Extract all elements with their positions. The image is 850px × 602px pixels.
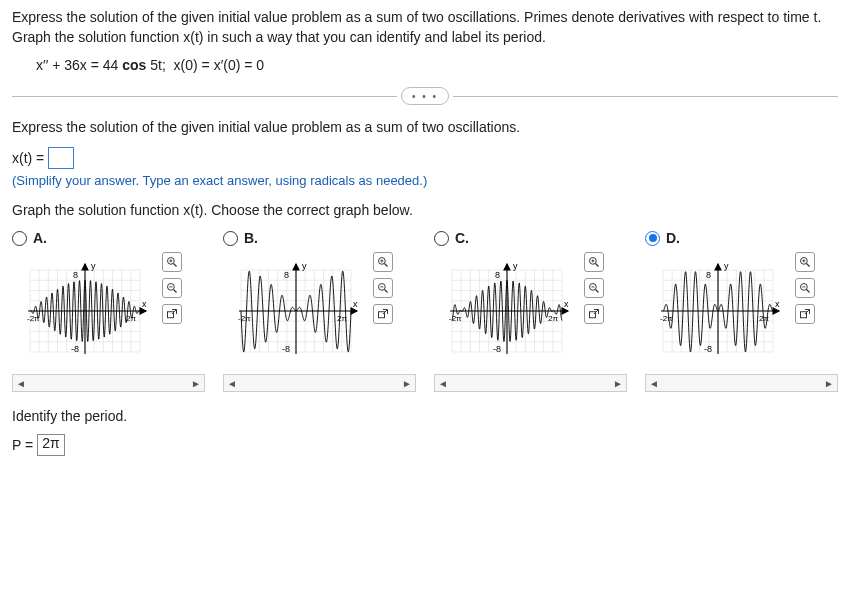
scroll-right-icon[interactable]: ► xyxy=(610,378,626,389)
zoom-in-icon[interactable] xyxy=(162,252,182,272)
popout-icon[interactable] xyxy=(584,304,604,324)
svg-text:x: x xyxy=(775,299,780,309)
svg-rect-162 xyxy=(801,312,807,318)
svg-text:y: y xyxy=(302,261,307,271)
option-label: A. xyxy=(33,230,47,246)
graph-scrollbar[interactable]: ◄ ► xyxy=(223,374,416,392)
period-lhs: P = xyxy=(12,437,33,453)
graph-options: A. y x 8 -8 -2π 2π B. y xyxy=(12,230,838,370)
svg-text:x: x xyxy=(564,299,569,309)
xt-lhs: x(t) = xyxy=(12,150,44,166)
xt-answer-input[interactable] xyxy=(48,147,74,169)
zoom-in-icon[interactable] xyxy=(373,252,393,272)
svg-text:-8: -8 xyxy=(71,344,79,354)
zoom-out-icon[interactable] xyxy=(795,278,815,298)
svg-line-115 xyxy=(596,264,599,267)
option-label: C. xyxy=(455,230,469,246)
svg-line-119 xyxy=(596,290,599,293)
svg-line-33 xyxy=(174,264,177,267)
zoom-in-icon[interactable] xyxy=(795,252,815,272)
graph-option-C: C. y x 8 -8 -2π 2π xyxy=(434,230,627,370)
svg-text:8: 8 xyxy=(495,270,500,280)
svg-text:2π: 2π xyxy=(548,314,558,323)
svg-rect-80 xyxy=(379,312,385,318)
svg-line-78 xyxy=(385,290,388,293)
period-label: Identify the period. xyxy=(12,408,838,424)
scroll-left-icon[interactable]: ◄ xyxy=(646,378,662,389)
svg-text:y: y xyxy=(724,261,729,271)
svg-text:8: 8 xyxy=(284,270,289,280)
popout-icon[interactable] xyxy=(162,304,182,324)
svg-rect-39 xyxy=(168,312,174,318)
radio-A[interactable] xyxy=(12,231,27,246)
svg-text:-8: -8 xyxy=(282,344,290,354)
zoom-out-icon[interactable] xyxy=(162,278,182,298)
problem-equation: x′′ + 36x = 44 cos 5t; x(0) = x′(0) = 0 xyxy=(36,57,838,73)
svg-text:8: 8 xyxy=(706,270,711,280)
svg-text:8: 8 xyxy=(73,270,78,280)
scroll-left-icon[interactable]: ◄ xyxy=(224,378,240,389)
graph-canvas: y x 8 -8 -2π 2π xyxy=(434,252,580,370)
period-answer-input[interactable]: 2π xyxy=(37,434,64,456)
graph-canvas: y x 8 -8 -2π 2π xyxy=(12,252,158,370)
popout-icon[interactable] xyxy=(795,304,815,324)
zoom-out-icon[interactable] xyxy=(373,278,393,298)
svg-text:-8: -8 xyxy=(704,344,712,354)
svg-line-74 xyxy=(385,264,388,267)
graph-option-A: A. y x 8 -8 -2π 2π xyxy=(12,230,205,370)
svg-rect-121 xyxy=(590,312,596,318)
svg-marker-25 xyxy=(82,264,88,270)
svg-text:-2π: -2π xyxy=(449,314,462,323)
svg-line-156 xyxy=(807,264,810,267)
svg-line-160 xyxy=(807,290,810,293)
zoom-out-icon[interactable] xyxy=(584,278,604,298)
svg-text:y: y xyxy=(91,261,96,271)
svg-text:x: x xyxy=(353,299,358,309)
svg-marker-148 xyxy=(715,264,721,270)
radio-D[interactable] xyxy=(645,231,660,246)
svg-text:-2π: -2π xyxy=(660,314,673,323)
scroll-right-icon[interactable]: ► xyxy=(188,378,204,389)
svg-text:-8: -8 xyxy=(493,344,501,354)
zoom-in-icon[interactable] xyxy=(584,252,604,272)
svg-text:y: y xyxy=(513,261,518,271)
graph-option-B: B. y x 8 -8 -2π 2π xyxy=(223,230,416,370)
graph-option-D: D. y x 8 -8 -2π 2π xyxy=(645,230,838,370)
svg-text:-2π: -2π xyxy=(238,314,251,323)
part1-hint: (Simplify your answer. Type an exact ans… xyxy=(12,173,838,188)
scroll-left-icon[interactable]: ◄ xyxy=(435,378,451,389)
part2-prompt: Graph the solution function x(t). Choose… xyxy=(12,202,838,218)
radio-B[interactable] xyxy=(223,231,238,246)
option-label: D. xyxy=(666,230,680,246)
svg-marker-66 xyxy=(293,264,299,270)
scroll-left-icon[interactable]: ◄ xyxy=(13,378,29,389)
graph-scrollbar[interactable]: ◄ ► xyxy=(12,374,205,392)
svg-text:x: x xyxy=(142,299,147,309)
graph-scrollbar[interactable]: ◄ ► xyxy=(645,374,838,392)
section-divider: • • • xyxy=(12,87,838,105)
more-indicator[interactable]: • • • xyxy=(401,87,449,105)
part1-prompt: Express the solution of the given initia… xyxy=(12,119,838,135)
popout-icon[interactable] xyxy=(373,304,393,324)
graph-canvas: y x 8 -8 -2π 2π xyxy=(223,252,369,370)
svg-marker-107 xyxy=(504,264,510,270)
radio-C[interactable] xyxy=(434,231,449,246)
graph-scrollbar[interactable]: ◄ ► xyxy=(434,374,627,392)
graph-canvas: y x 8 -8 -2π 2π xyxy=(645,252,791,370)
problem-statement: Express the solution of the given initia… xyxy=(12,8,838,47)
scroll-right-icon[interactable]: ► xyxy=(821,378,837,389)
svg-line-37 xyxy=(174,290,177,293)
option-label: B. xyxy=(244,230,258,246)
scroll-right-icon[interactable]: ► xyxy=(399,378,415,389)
